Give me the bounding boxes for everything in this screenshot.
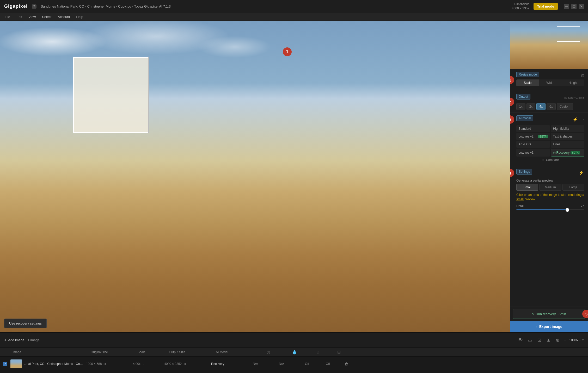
- zoom-out-btn[interactable]: −: [564, 338, 566, 343]
- export-image-button[interactable]: ↑ Export image: [510, 321, 588, 332]
- row-na1: N/A: [251, 362, 277, 366]
- slider-track: [516, 209, 584, 210]
- compare-label: Compare: [546, 158, 559, 162]
- detail-slider[interactable]: [516, 209, 584, 210]
- preview-size-group: Small Medium Large: [516, 184, 584, 191]
- bottom-toolbar: + Add image 1 image 👁 ▭ ⊡ ⊞ ⊕ − 100% + ▾: [0, 332, 588, 347]
- model-art-cg[interactable]: Art & CG: [516, 141, 550, 148]
- menu-edit[interactable]: Edit: [14, 14, 25, 20]
- step-4-indicator: 4: [510, 169, 514, 177]
- close-button[interactable]: ✕: [579, 4, 584, 9]
- settings-label: Settings: [516, 169, 532, 175]
- layout3-btn[interactable]: ⊞: [546, 336, 552, 344]
- add-image-button[interactable]: + Add image: [4, 338, 24, 343]
- trial-mode-button[interactable]: Trial mode: [534, 3, 558, 10]
- scale-custom-btn[interactable]: Custom: [557, 103, 573, 110]
- row-checkbox[interactable]: [3, 362, 10, 366]
- menu-select[interactable]: Select: [39, 14, 54, 20]
- step-3-indicator: 3: [510, 115, 514, 124]
- eye-icon-btn[interactable]: 👁: [517, 336, 524, 344]
- run-recovery-container: 5 ⎋ Run recovery ~6min: [510, 307, 588, 321]
- tab-width[interactable]: Width: [539, 79, 562, 86]
- th-col5: ◷: [255, 350, 281, 355]
- recovery-label: Recovery: [556, 151, 570, 154]
- run-recovery-button[interactable]: ⎋ Run recovery ~6min: [513, 309, 585, 319]
- row-na2: N/A: [277, 362, 303, 366]
- add-image-label: Add image: [8, 338, 24, 342]
- menu-account[interactable]: Account: [55, 14, 72, 20]
- scale-buttons: 1x 2x 4x 6x Custom: [516, 103, 584, 110]
- export-label: Export image: [539, 325, 562, 329]
- th-image: Image: [10, 350, 89, 354]
- row-scale: 4.00x →: [131, 362, 162, 366]
- use-recovery-settings-button[interactable]: Use recovery settings: [4, 319, 47, 328]
- menu-file[interactable]: File: [2, 14, 13, 20]
- output-row: Output File Size ~1.5MB: [516, 94, 584, 102]
- resize-mode-tabs: Scale Width Height: [516, 79, 584, 86]
- slider-thumb[interactable]: [566, 208, 569, 212]
- preview-medium-btn[interactable]: Medium: [539, 184, 561, 191]
- zoom-value: 100%: [567, 338, 578, 342]
- tab-scale[interactable]: Scale: [516, 79, 539, 86]
- thumbnail-viewport: [557, 26, 580, 42]
- window-controls: — ❐ ✕: [564, 4, 584, 9]
- compare-icon: ⊞: [542, 158, 544, 162]
- resize-mode-label: Resize mode: [516, 72, 539, 77]
- thumbnail-container: 1: [510, 21, 588, 69]
- th-scale: Scale: [136, 350, 167, 354]
- output-section: 2 Output File Size ~1.5MB 1x 2x 4x 6x Cu…: [510, 91, 588, 113]
- output-label: Output: [516, 94, 530, 100]
- model-high-fidelity[interactable]: High fidelity: [551, 125, 585, 132]
- layout2-btn[interactable]: ⊡: [536, 336, 542, 344]
- model-low-res-v1[interactable]: Low res v1: [516, 149, 550, 157]
- model-text-shapes[interactable]: Text & shapes: [551, 133, 585, 140]
- ai-model-section: 3 AI model ⚡ ··· Standard High fidelity …: [510, 113, 588, 166]
- ai-model-auto-btn[interactable]: ⚡: [572, 116, 578, 122]
- maximize-button[interactable]: ❐: [571, 4, 577, 9]
- tab-height[interactable]: Height: [562, 79, 584, 86]
- model-recovery[interactable]: ⎋ Recovery BETA: [551, 149, 585, 157]
- settings-section: 4 Settings ⚡ Generate a partial preview …: [510, 166, 588, 307]
- table-row: ...nal Park, CO - Christopher Morris - C…: [0, 357, 588, 371]
- model-standard[interactable]: Standard: [516, 125, 550, 132]
- row-delete-btn[interactable]: 🗑: [345, 362, 355, 366]
- th-col8: ⊞: [328, 350, 349, 355]
- zoom-dropdown-btn[interactable]: ▾: [582, 338, 584, 342]
- menu-view[interactable]: View: [26, 14, 38, 20]
- zoom-control: − 100% + ▾: [564, 338, 584, 343]
- scale-2x-btn[interactable]: 2x: [526, 103, 536, 110]
- detail-value: 75: [581, 204, 584, 208]
- scale-6x-btn[interactable]: 6x: [547, 103, 556, 110]
- canvas-area[interactable]: Use recovery settings: [0, 21, 510, 332]
- th-col6: 💧: [281, 350, 308, 355]
- row-output: 4000 × 2352 px: [162, 362, 209, 366]
- app-version: 7: [32, 4, 36, 9]
- zoom-in-btn[interactable]: +: [579, 338, 581, 343]
- row-off2: Off: [324, 362, 345, 366]
- row-original: 1000 × 588 px: [84, 362, 131, 366]
- scale-4x-btn[interactable]: 4x: [536, 103, 546, 110]
- preview-small-btn[interactable]: Small: [516, 184, 538, 191]
- th-original: Original size: [89, 350, 136, 354]
- layout1-btn[interactable]: ▭: [527, 336, 533, 344]
- th-col7: ☺: [308, 350, 328, 355]
- row-filename: ...nal Park, CO - Christopher Morris - C…: [24, 362, 84, 366]
- scale-1x-btn[interactable]: 1x: [516, 103, 525, 110]
- compare-button[interactable]: ⊞ Compare: [516, 157, 584, 163]
- minimize-button[interactable]: —: [564, 4, 569, 9]
- model-lines[interactable]: Lines: [551, 141, 585, 148]
- resize-icon: ⊡: [581, 73, 584, 78]
- ai-model-more-btn[interactable]: ···: [580, 116, 584, 122]
- menu-help[interactable]: Help: [74, 14, 86, 20]
- checkbox[interactable]: [3, 362, 7, 366]
- preview-hint: Click on an area of the image to start r…: [516, 193, 584, 202]
- target-btn[interactable]: ⊕: [555, 336, 561, 344]
- resize-mode-row: Resize mode ⊡: [516, 72, 584, 79]
- model-low-res-v2[interactable]: Low res v2 BETA: [516, 133, 550, 140]
- table-area: Image Original size Scale Output Size AI…: [0, 347, 588, 373]
- filename: Sandunes National Park, CO - Christopher…: [41, 4, 508, 8]
- preview-label: Generate a partial preview: [516, 179, 584, 182]
- preview-large-btn[interactable]: Large: [562, 184, 584, 191]
- settings-auto-btn[interactable]: ⚡: [578, 170, 584, 176]
- hint-highlight: small: [516, 197, 524, 201]
